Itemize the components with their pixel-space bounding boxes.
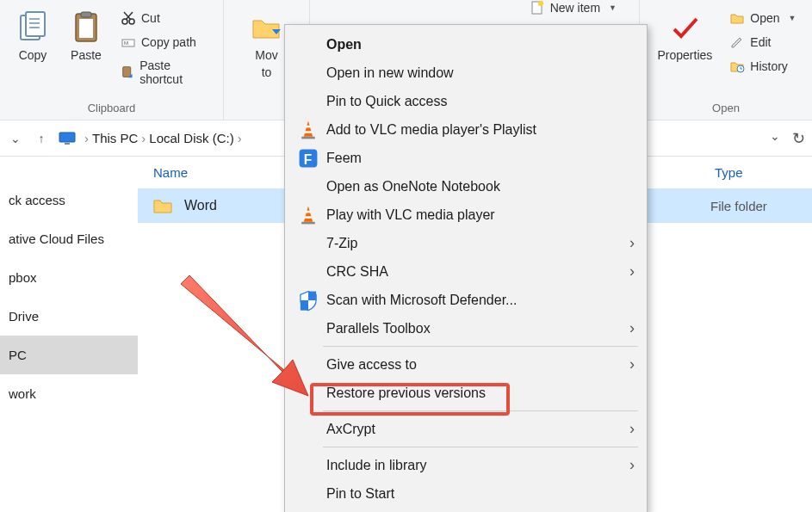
dropdown-icon: ▼ [609,3,617,12]
cm-separator [323,447,638,447]
cm-axcrypt[interactable]: AxCrypt› [287,415,645,443]
vlc-icon [297,120,319,139]
open-button[interactable]: Open ▼ [724,9,801,28]
svg-rect-28 [308,291,316,299]
breadcrumb-sep: › [84,131,89,145]
cm-crc-sha[interactable]: CRC SHA› [287,257,645,286]
nav-up[interactable]: ↑ [33,132,50,145]
history-button[interactable]: History [724,57,801,76]
ribbon-group-open: Properties Open ▼ Edit History Open [640,0,812,120]
svg-rect-18 [59,133,75,142]
edit-label: Edit [750,35,771,49]
svg-rect-22 [305,131,312,133]
open-folder-icon [729,10,745,26]
svg-rect-19 [65,143,70,145]
cm-open[interactable]: Open [287,30,645,59]
cut-button[interactable]: Cut [115,9,214,28]
svg-rect-29 [301,300,308,311]
cm-vlc-play[interactable]: Play with VLC media player [287,200,645,229]
paste-icon [69,10,103,45]
breadcrumb-this-pc[interactable]: This PC [92,131,138,145]
svg-point-8 [122,19,127,24]
open-group-label: Open [712,102,740,116]
breadcrumb-sep: › [238,131,242,145]
properties-button[interactable]: Properties [651,5,720,76]
svg-rect-26 [306,210,310,213]
nav-dropdown[interactable]: ⌄ [7,132,24,145]
cm-feem[interactable]: F Feem [287,144,645,172]
refresh-button[interactable]: ↻ [792,129,805,148]
copy-label: Copy [19,48,47,62]
sidebar: ck access ative Cloud Files pbox Drive P… [0,157,138,512]
cm-restore-versions[interactable]: Restore previous versions [287,379,645,407]
copy-path-button[interactable]: M Copy path [115,33,214,52]
sidebar-item-dropbox[interactable]: pbox [0,258,138,297]
feem-icon: F [297,149,319,168]
cm-onenote[interactable]: Open as OneNote Notebook [287,172,645,200]
svg-point-16 [538,1,543,6]
svg-rect-1 [26,12,45,36]
paste-shortcut-icon [121,65,134,80]
vlc-icon [297,206,319,225]
move-to-label: Mov [255,48,277,62]
clipboard-group-label: Clipboard [88,102,136,116]
defender-icon [297,291,319,310]
column-type[interactable]: Type [715,165,797,180]
cm-give-access[interactable]: Give access to› [287,350,645,379]
chevron-right-icon: › [629,456,635,474]
svg-rect-7 [81,12,91,17]
breadcrumb-drive[interactable]: Local Disk (C:) [149,131,233,145]
breadcrumb-expand[interactable]: ⌄ [770,129,780,148]
svg-rect-20 [301,136,315,139]
move-to-label2: to [262,65,272,79]
history-label: History [750,59,788,73]
copy-button[interactable]: Copy [9,5,57,88]
sidebar-item-onedrive[interactable]: Drive [0,297,138,336]
cm-parallels[interactable]: Parallels Toolbox› [287,314,645,342]
sidebar-item-network[interactable]: work [0,374,138,413]
new-item-button[interactable]: New item ▼ [524,0,622,17]
cm-7zip[interactable]: 7-Zip› [287,229,645,257]
open-label: Open [750,11,779,25]
paste-label: Paste [71,48,102,62]
chevron-right-icon: › [629,319,635,337]
svg-point-9 [129,19,134,24]
context-menu: Open Open in new window Pin to Quick acc… [284,24,648,512]
pc-icon [59,132,76,145]
chevron-right-icon: › [629,355,635,373]
cm-include-library[interactable]: Include in library› [287,451,645,479]
move-to-icon [250,10,284,45]
copy-path-icon: M [121,34,136,50]
cm-vlc-playlist[interactable]: Add to VLC media player's Playlist [287,115,645,144]
scissors-icon [121,10,136,26]
sidebar-item-creative-cloud[interactable]: ative Cloud Files [0,219,138,258]
sidebar-item-this-pc[interactable]: PC [0,336,138,374]
chevron-right-icon: › [629,262,635,281]
svg-text:M: M [124,40,128,46]
breadcrumb-sep: › [141,131,146,145]
dropdown-icon: ▼ [789,14,797,22]
sidebar-item-quick-access[interactable]: ck access [0,181,138,219]
breadcrumb[interactable]: › This PC › Local Disk (C:) › [84,131,242,145]
edit-button[interactable]: Edit [724,33,801,52]
svg-rect-27 [305,216,312,219]
cm-pin-start[interactable]: Pin to Start [287,479,645,508]
copy-icon [15,10,50,45]
cm-separator [323,410,638,411]
svg-rect-6 [79,19,93,38]
cm-open-new-window[interactable]: Open in new window [287,59,645,87]
cm-defender[interactable]: Scan with Microsoft Defender... [287,286,645,314]
chevron-right-icon: › [629,420,635,438]
cm-pin-quick[interactable]: Pin to Quick access [287,87,645,115]
edit-icon [729,34,745,50]
paste-shortcut-button[interactable]: Paste shortcut [115,57,214,88]
chevron-right-icon: › [629,234,635,252]
organize-spacer [265,102,269,116]
cut-label: Cut [141,11,160,25]
folder-icon [153,197,172,214]
paste-shortcut-label: Paste shortcut [139,59,209,86]
history-icon [729,59,745,74]
paste-button[interactable]: Paste [62,5,110,88]
file-type: File folder [710,199,797,213]
ribbon-group-clipboard: Copy Paste Cut [0,0,224,120]
